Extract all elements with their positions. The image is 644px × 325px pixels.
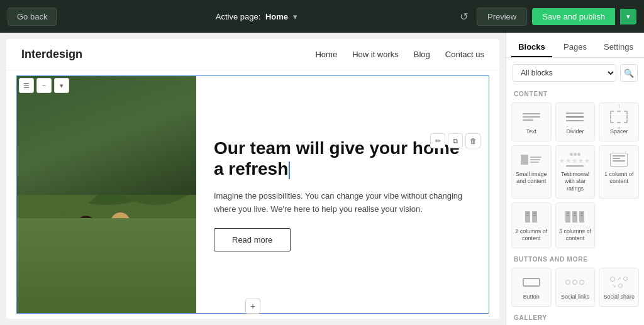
block-item-one-column-label: 1 column of content <box>602 171 636 185</box>
add-block-button[interactable]: + <box>245 299 260 314</box>
block-item-button[interactable]: Button <box>511 268 552 307</box>
tab-settings[interactable]: Settings <box>598 38 639 57</box>
block-item-testimonial-label: Testimonial with star ratings <box>558 171 592 193</box>
nav-link-home[interactable]: Home <box>315 50 337 59</box>
three-columns-icon <box>564 208 586 226</box>
content-block: Our team will give your home a refresh I… <box>16 75 489 314</box>
save-publish-button[interactable]: Save and publish <box>532 8 615 25</box>
content-body: Imagine the possibilities. You can chang… <box>214 190 471 216</box>
content-text: Our team will give your home a refresh I… <box>196 76 489 313</box>
svg-rect-11 <box>109 231 131 260</box>
block-item-divider-label: Divider <box>566 128 584 136</box>
block-item-small-image-content[interactable]: Small image and content <box>511 145 552 199</box>
block-move-down-button[interactable]: ▾ <box>54 78 69 93</box>
site-nav: Interdesign Home How it works Blog Conta… <box>6 39 499 70</box>
top-bar-right: ↺ Preview Save and publish ▾ <box>456 7 636 26</box>
cursor-indicator <box>289 162 290 179</box>
block-item-two-columns-label: 2 columns of content <box>514 228 548 243</box>
block-item-small-image-label: Small image and content <box>514 171 548 185</box>
svg-point-1 <box>24 81 189 205</box>
history-button[interactable]: ↺ <box>456 7 472 26</box>
read-more-button[interactable]: Read more <box>214 228 291 251</box>
svg-point-10 <box>111 212 130 232</box>
svg-rect-8 <box>69 256 82 277</box>
panel-search-button[interactable]: 🔍 <box>620 64 638 82</box>
block-menu-button[interactable]: ☰ <box>19 78 34 93</box>
website-frame: Interdesign Home How it works Blog Conta… <box>6 39 499 319</box>
block-item-text[interactable]: Text <box>511 102 552 141</box>
content-image-placeholder <box>17 76 196 313</box>
block-item-social-share[interactable]: ↗ ↘ Social share <box>599 268 639 307</box>
tab-blocks[interactable]: Blocks <box>511 38 552 57</box>
gallery-section-label: GALLERY <box>506 309 644 324</box>
panel-search-row: All blocks 🔍 <box>506 58 644 85</box>
block-duplicate-button[interactable]: ⧉ <box>448 133 463 148</box>
block-item-text-label: Text <box>526 128 537 136</box>
active-page-label: Active page: Home ▾ <box>64 12 448 21</box>
svg-rect-15 <box>93 251 109 262</box>
content-blocks-grid: Text Divider ↕ + <box>506 100 644 251</box>
block-edit-button[interactable]: ✏ <box>430 133 445 148</box>
go-back-button[interactable]: Go back <box>8 8 57 26</box>
hero-image-svg <box>17 76 196 313</box>
main-area: Interdesign Home How it works Blog Conta… <box>0 33 644 325</box>
top-bar: Go back Active page: Home ▾ ↺ Preview Sa… <box>0 0 644 33</box>
blocks-filter-select[interactable]: All blocks <box>513 64 616 82</box>
site-logo: Interdesign <box>21 48 82 61</box>
social-share-icon: ↗ ↘ <box>608 273 630 291</box>
block-item-spacer[interactable]: ↕ + Spacer <box>599 102 639 141</box>
panel-tabs: Blocks Pages Settings <box>506 33 644 58</box>
block-item-button-label: Button <box>523 294 540 301</box>
svg-rect-4 <box>17 240 196 302</box>
svg-rect-14 <box>91 250 111 263</box>
chevron-down-icon[interactable]: ▾ <box>293 12 297 21</box>
block-controls-right: ✏ ⧉ 🗑 <box>430 133 480 148</box>
block-item-social-links-label: Social links <box>561 294 589 301</box>
active-page-name: Home <box>265 12 288 21</box>
nav-link-blog[interactable]: Blog <box>414 50 430 59</box>
button-icon <box>520 273 543 291</box>
svg-rect-13 <box>119 256 133 275</box>
tab-pages[interactable]: Pages <box>555 38 596 57</box>
two-columns-icon <box>520 208 543 226</box>
small-image-content-icon <box>520 151 543 168</box>
block-controls-top: ☰ − ▾ <box>19 78 69 93</box>
testimonial-icon: ★★★★★ <box>564 151 586 168</box>
block-item-social-share-label: Social share <box>603 294 635 301</box>
block-move-up-button[interactable]: − <box>36 78 52 93</box>
nav-link-how-it-works[interactable]: How it works <box>352 50 399 59</box>
svg-point-3 <box>100 108 196 204</box>
buttons-blocks-grid: Button Social links <box>506 265 644 309</box>
nav-link-contact[interactable]: Contact us <box>445 50 484 59</box>
content-section-label: CONTENT <box>506 85 644 100</box>
block-delete-button[interactable]: 🗑 <box>465 133 480 148</box>
spacer-icon: ↕ + <box>608 108 630 126</box>
one-column-icon <box>608 151 630 168</box>
block-item-spacer-label: Spacer <box>610 128 628 136</box>
block-item-testimonial[interactable]: ★★★★★ Testimonial with star ratings <box>555 145 596 199</box>
svg-point-5 <box>17 226 196 253</box>
search-icon: 🔍 <box>624 69 634 78</box>
site-nav-links: Home How it works Blog Contact us <box>315 50 484 59</box>
right-panel: Blocks Pages Settings All blocks 🔍 CONTE… <box>506 33 644 325</box>
block-item-two-columns[interactable]: 2 columns of content <box>511 202 552 248</box>
block-item-three-columns[interactable]: 3 columns of content <box>555 202 596 248</box>
svg-point-6 <box>76 216 96 235</box>
preview-button[interactable]: Preview <box>477 8 527 26</box>
social-links-icon <box>564 273 586 291</box>
svg-rect-12 <box>105 255 118 274</box>
divider-icon <box>564 108 586 126</box>
svg-rect-9 <box>82 258 95 278</box>
block-item-divider[interactable]: Divider <box>555 102 596 141</box>
block-item-three-columns-label: 3 columns of content <box>558 228 592 243</box>
block-item-one-column[interactable]: 1 column of content <box>599 145 639 199</box>
editor-area: Interdesign Home How it works Blog Conta… <box>0 33 506 325</box>
svg-rect-7 <box>74 234 94 262</box>
text-icon <box>520 108 543 126</box>
save-publish-dropdown-button[interactable]: ▾ <box>620 9 636 25</box>
buttons-section-label: BUTTONS AND MORE <box>506 251 644 265</box>
block-item-social-links[interactable]: Social links <box>555 268 596 307</box>
content-image <box>17 76 196 313</box>
